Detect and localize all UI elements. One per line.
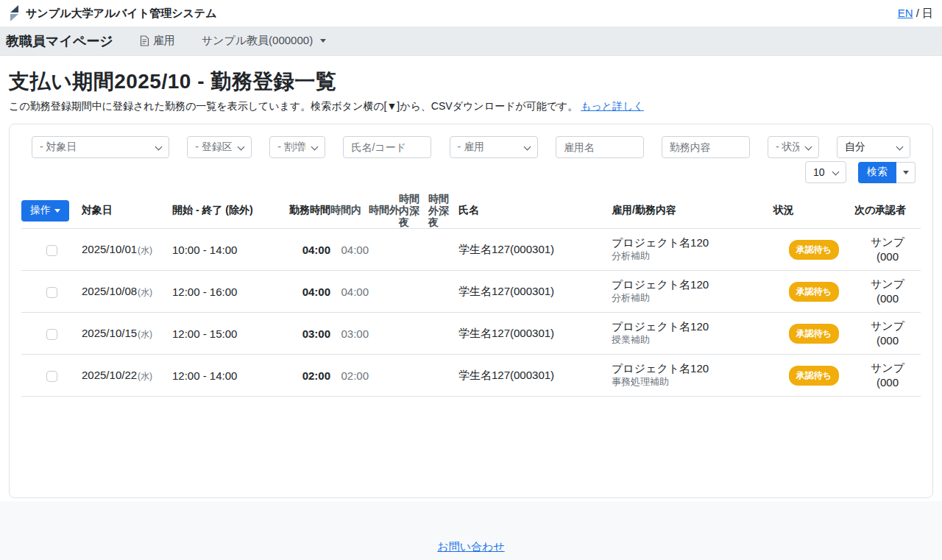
- work-table: 操作 対象日 開始 - 終了 (除外) 勤務時間 時間内 時間外 時間内深夜 時…: [21, 193, 921, 397]
- premium-time-select[interactable]: - 割増時間: [269, 136, 325, 158]
- search-row: 10 検索: [32, 161, 916, 183]
- lang-en-link[interactable]: EN: [898, 7, 913, 19]
- day-of-week: (水): [138, 287, 152, 297]
- row-checkbox[interactable]: [46, 329, 57, 340]
- page-size-select-value: 10: [813, 166, 825, 178]
- table-row: 2025/10/08(水) 12:00 - 16:00 04:00 04:00 …: [21, 271, 921, 313]
- time-range: 10:00 - 14:00: [172, 229, 289, 271]
- work-hours: 03:00: [289, 313, 330, 355]
- lang-ja-current: 日: [922, 7, 933, 19]
- contact-link[interactable]: お問い合わせ: [437, 540, 504, 554]
- work-hours: 04:00: [289, 271, 330, 313]
- col-header-hours-out: 時間外: [369, 193, 399, 229]
- page-size-select[interactable]: 10: [805, 161, 846, 183]
- chevron-down-icon: [155, 143, 163, 151]
- row-checkbox[interactable]: [46, 287, 57, 298]
- nav-user-menu[interactable]: サンプル教員(000000): [202, 34, 326, 48]
- nav-bar: 教職員マイページ 雇用 サンプル教員(000000): [0, 26, 942, 56]
- next-approver-line2: (000: [877, 376, 899, 389]
- night-in: [399, 229, 428, 271]
- student-name: 学生名127(000301): [458, 313, 612, 355]
- registration-type-select-value: - 登録区分: [195, 141, 232, 154]
- app-title: サンプル大学アルバイト管理システム: [26, 7, 217, 21]
- page-root: サンプル大学アルバイト管理システム EN / 日 教職員マイページ 雇用 サンプ…: [0, 0, 942, 560]
- caret-down-icon: [54, 209, 60, 213]
- work-date: 2025/10/22: [82, 369, 137, 381]
- night-in: [399, 313, 428, 355]
- night-in: [399, 355, 428, 397]
- more-details-link[interactable]: もっと詳しく: [581, 100, 644, 112]
- search-button[interactable]: 検索: [858, 162, 896, 183]
- project-name: プロジェクト名120: [612, 362, 773, 376]
- next-approver-line1: サンプ: [871, 235, 904, 248]
- work-list-card: - 対象日 - 登録区分 - 割増時間 - 雇用: [9, 124, 933, 498]
- work-content-input[interactable]: [662, 136, 750, 158]
- registration-type-select[interactable]: - 登録区分: [187, 136, 252, 158]
- employment-select-value: - 雇用: [458, 141, 485, 154]
- col-header-start-end: 開始 - 終了 (除外): [172, 193, 289, 229]
- language-switcher: EN / 日: [898, 7, 933, 21]
- col-header-next-approver: 次の承認者: [854, 193, 921, 229]
- next-approver: サンプ (000: [854, 319, 921, 349]
- nav-user-menu-label: サンプル教員(000000): [202, 34, 313, 48]
- status-select[interactable]: - 状況: [768, 136, 819, 158]
- chevron-down-icon: [320, 39, 326, 43]
- scope-select[interactable]: 自分: [837, 136, 910, 158]
- status-badge: 承認待ち: [789, 366, 839, 386]
- time-range: 12:00 - 15:00: [172, 313, 289, 355]
- hours-in: 04:00: [330, 229, 369, 271]
- employment-name-input[interactable]: [556, 136, 644, 158]
- table-row: 2025/10/22(水) 12:00 - 14:00 02:00 02:00 …: [21, 355, 921, 397]
- operate-dropdown-button[interactable]: 操作: [21, 200, 69, 221]
- page-footer: お問い合わせ: [0, 501, 942, 560]
- hours-in: 04:00: [330, 271, 369, 313]
- col-header-name: 氏名: [458, 193, 612, 229]
- page-title: 支払い期間2025/10 - 勤務登録一覧: [9, 68, 933, 96]
- work-hours: 02:00: [289, 355, 330, 397]
- student-name: 学生名127(000301): [458, 355, 612, 397]
- app-brand[interactable]: サンプル大学アルバイト管理システム: [9, 5, 217, 21]
- day-of-week: (水): [138, 245, 152, 255]
- time-range: 12:00 - 14:00: [172, 355, 289, 397]
- target-date-select[interactable]: - 対象日: [32, 136, 169, 158]
- row-checkbox[interactable]: [46, 245, 57, 256]
- work-date: 2025/10/01: [82, 243, 137, 255]
- employment-select[interactable]: - 雇用: [450, 136, 538, 158]
- scope-select-value: 自分: [845, 141, 865, 154]
- search-button-group: 検索: [858, 162, 916, 183]
- next-approver: サンプ (000: [854, 277, 921, 307]
- project-name: プロジェクト名120: [612, 278, 773, 292]
- night-out: [428, 229, 458, 271]
- hours-out: [369, 355, 399, 397]
- search-dropdown-toggle[interactable]: [896, 162, 916, 183]
- col-header-work-hours: 勤務時間: [289, 193, 330, 229]
- table-header-row: 操作 対象日 開始 - 終了 (除外) 勤務時間 時間内 時間外 時間内深夜 時…: [21, 193, 921, 229]
- name-code-input[interactable]: [343, 136, 431, 158]
- table-row: 2025/10/01(水) 10:00 - 14:00 04:00 04:00 …: [21, 229, 921, 271]
- work-task: 授業補助: [612, 334, 773, 347]
- work-date: 2025/10/15: [82, 327, 137, 339]
- next-approver-line1: サンプ: [871, 361, 904, 374]
- row-checkbox[interactable]: [46, 371, 57, 382]
- top-header: サンプル大学アルバイト管理システム EN / 日: [0, 0, 942, 26]
- time-range: 12:00 - 16:00: [172, 271, 289, 313]
- night-out: [428, 355, 458, 397]
- work-task: 事務処理補助: [612, 376, 773, 389]
- status-select-value: - 状況: [776, 141, 799, 154]
- next-approver: サンプ (000: [854, 361, 921, 391]
- nav-my-page-title: 教職員マイページ: [6, 32, 113, 50]
- nav-employment-link[interactable]: 雇用: [140, 34, 175, 48]
- next-approver-line2: (000: [877, 292, 899, 305]
- student-name: 学生名127(000301): [458, 271, 612, 313]
- work-table-wrapper: 操作 対象日 開始 - 終了 (除外) 勤務時間 時間内 時間外 時間内深夜 時…: [21, 193, 921, 397]
- col-header-night-out: 時間外深夜: [428, 193, 458, 229]
- page-description-text: この勤務登録期間中に登録された勤務の一覧を表示しています。検索ボタン横の[▼]か…: [9, 100, 578, 112]
- next-approver-line2: (000: [877, 334, 899, 347]
- col-header-hours-in: 時間内: [330, 193, 369, 229]
- status-badge: 承認待ち: [789, 282, 839, 302]
- work-hours: 04:00: [289, 229, 330, 271]
- col-header-employment-work: 雇用/勤務内容: [612, 193, 773, 229]
- project-name: プロジェクト名120: [612, 320, 773, 334]
- next-approver: サンプ (000: [854, 235, 921, 265]
- app-logo-icon: [9, 5, 20, 21]
